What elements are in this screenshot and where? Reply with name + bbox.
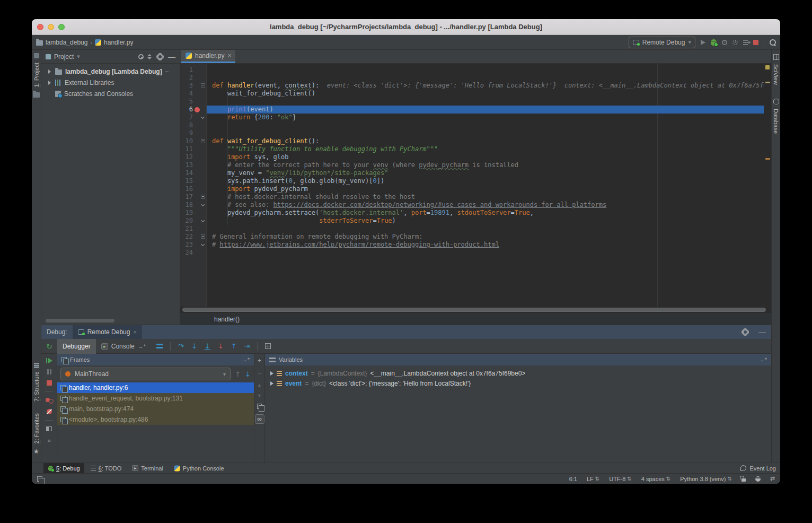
error-stripe[interactable] (764, 64, 771, 307)
breakpoint-cell[interactable] (193, 82, 200, 90)
profiler-button[interactable] (732, 40, 738, 45)
stack-frame[interactable]: <module>, bootstrap.py:486 (57, 414, 254, 425)
fold-collapse-icon[interactable] (201, 83, 205, 88)
step-over-icon[interactable]: ↷ (178, 343, 184, 350)
scrollbar-thumb[interactable] (182, 308, 766, 312)
breakpoint-cell[interactable] (193, 66, 200, 74)
breakpoint-cell[interactable] (193, 241, 200, 249)
sidebar-item-favorites[interactable]: 2: Favorites (33, 413, 40, 443)
breakpoint-cell[interactable] (193, 114, 200, 121)
gear-icon[interactable] (157, 54, 163, 59)
breakpoint-cell[interactable] (193, 153, 200, 161)
mute-breakpoints-icon[interactable] (47, 409, 52, 414)
minimize-window-button[interactable] (48, 24, 54, 30)
variable-row[interactable]: event = {dict} <class 'dict'>: {'message… (265, 378, 771, 388)
zoom-window-button[interactable] (58, 24, 65, 30)
breakpoint-cell[interactable] (193, 201, 200, 209)
close-icon[interactable]: × (133, 329, 136, 335)
fold-collapse-icon[interactable] (201, 234, 205, 239)
code-editor[interactable]: 123def handler(event, context): event: <… (180, 64, 771, 307)
expand-icon[interactable] (270, 371, 273, 376)
editor-breadcrumb[interactable]: handler() (180, 313, 771, 325)
expand-icon[interactable] (48, 69, 51, 74)
breakpoint-cell[interactable] (193, 121, 200, 129)
collapse-all-icon[interactable] (147, 54, 152, 60)
tab-console[interactable]: ▸ Console →* (96, 339, 151, 354)
previous-frame-icon[interactable]: ↑ (235, 371, 241, 378)
rerun-icon[interactable]: ↻ (46, 342, 52, 351)
fold-collapse-icon[interactable] (201, 195, 205, 199)
stack-frame[interactable]: main, bootstrap.py:474 (57, 404, 254, 414)
event-log-button[interactable]: Event Log (740, 465, 776, 472)
fold-end-icon[interactable] (201, 242, 205, 246)
fold-end-icon[interactable] (201, 115, 205, 119)
sidebar-item-sciview[interactable]: SciView (773, 64, 779, 85)
thread-select[interactable]: MainThread ▾ (60, 368, 231, 380)
close-icon[interactable]: × (227, 52, 231, 59)
restore-layout-icon[interactable] (46, 426, 52, 431)
duplicate-watch-icon[interactable] (257, 404, 262, 409)
tab-remote-debug-session[interactable]: Remote Debug × (73, 325, 142, 339)
step-out-icon[interactable]: ↑ (231, 343, 237, 350)
view-breakpoints-icon[interactable] (46, 398, 53, 403)
breakpoint-cell[interactable] (193, 145, 200, 153)
tab-debug[interactable]: 5: Debug (43, 463, 84, 474)
sidebar-item-database[interactable]: Database (773, 109, 779, 134)
indent-select[interactable]: 4 spaces⇅ (641, 476, 670, 482)
interpreter-select[interactable]: Python 3.8 (venv)⇅ (680, 476, 732, 482)
stack-frame[interactable]: handle_event_request, bootstrap.py:131 (57, 393, 254, 404)
stop-icon[interactable] (47, 380, 52, 386)
editor-hscrollbar[interactable] (180, 307, 771, 313)
variable-row[interactable]: context = {LambdaContext} <__main__.Lamb… (265, 368, 771, 378)
project-title[interactable]: Project (54, 53, 74, 60)
hide-panel-icon[interactable]: — (758, 329, 766, 335)
toolwindow-switcher-icon[interactable] (37, 476, 42, 482)
breakpoint-cell[interactable] (193, 217, 200, 225)
breakpoint-cell[interactable] (193, 74, 200, 82)
expand-icon[interactable] (48, 81, 51, 85)
breakpoint-cell[interactable] (193, 185, 200, 193)
breakpoint-cell[interactable] (193, 169, 200, 177)
debug-button[interactable] (711, 39, 717, 46)
tab-python-console[interactable]: Python Console (170, 463, 228, 474)
stripe-mark[interactable] (765, 158, 770, 160)
move-up-icon[interactable]: ▲ (257, 382, 262, 388)
run-configuration-select[interactable]: Remote Debug ▾ (629, 37, 695, 48)
lock-icon[interactable] (742, 478, 746, 482)
stripe-mark[interactable] (765, 82, 770, 83)
breakpoint-cell[interactable] (193, 177, 200, 185)
breakpoint-cell[interactable] (193, 90, 200, 98)
pin-icon[interactable]: →* (138, 343, 146, 350)
breakpoint-cell[interactable] (193, 209, 200, 217)
step-into-icon[interactable]: ↓ (191, 343, 197, 350)
tab-debugger[interactable]: Debugger (57, 339, 96, 354)
stop-button[interactable] (753, 40, 758, 45)
tab-terminal[interactable]: ▸ Terminal (128, 463, 167, 474)
tab-todo[interactable]: 6: TODO (86, 463, 126, 474)
breadcrumb-project[interactable]: lambda_debug (46, 39, 87, 46)
move-down-icon[interactable]: ▼ (257, 393, 262, 398)
fold-collapse-icon[interactable] (201, 139, 205, 143)
breakpoint-cell[interactable] (193, 225, 200, 233)
gear-icon[interactable] (743, 329, 748, 335)
resume-icon[interactable] (46, 358, 52, 363)
pin-icon[interactable]: →* (242, 356, 250, 363)
next-frame-icon[interactable]: ↓ (245, 371, 251, 378)
breakpoint-cell[interactable] (193, 129, 200, 137)
expand-icon[interactable] (270, 381, 273, 386)
breakpoint-cell[interactable] (193, 233, 200, 241)
hide-panel-icon[interactable]: — (168, 54, 175, 59)
force-step-into-icon[interactable]: ↓ (218, 343, 224, 350)
tree-item-external-libraries[interactable]: External Libraries (41, 77, 180, 88)
concurrency-diagram-button[interactable] (743, 40, 748, 45)
encoding-select[interactable]: UTF-8⇅ (609, 476, 632, 482)
tab-handler-py[interactable]: handler.py × (181, 50, 235, 63)
breadcrumb-file[interactable]: handler.py (104, 39, 133, 46)
pause-icon[interactable] (47, 369, 51, 374)
caret-position[interactable]: 6:1 (569, 476, 577, 482)
breakpoint-cell[interactable] (193, 137, 200, 145)
search-everywhere-icon[interactable] (770, 39, 776, 46)
tree-item-project-root[interactable]: lambda_debug [Lambda Debug] ~ (41, 66, 180, 77)
show-execution-point-icon[interactable] (156, 344, 163, 348)
show-return-values-icon[interactable]: ∞ (255, 414, 264, 424)
